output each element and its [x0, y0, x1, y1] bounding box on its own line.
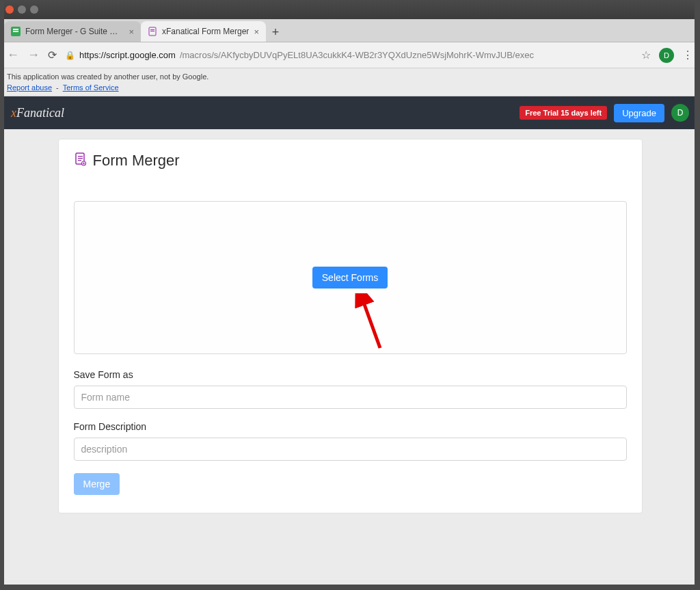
main-card: Form Merger Select Forms Save Form as Fo…: [58, 139, 643, 513]
tab-favicon-marketplace: [11, 27, 21, 36]
report-abuse-link[interactable]: Report abuse: [7, 83, 52, 92]
tab-favicon-form-merger: [148, 27, 157, 36]
tab-title: xFanatical Form Merger: [162, 27, 249, 36]
svg-rect-2: [13, 31, 18, 32]
header-right: Free Trial 15 days left Upgrade D: [520, 104, 689, 122]
tab-close-icon[interactable]: ×: [254, 27, 259, 37]
tab-close-icon[interactable]: ×: [129, 27, 134, 37]
trial-badge: Free Trial 15 days left: [520, 106, 607, 120]
window-titlebar: [0, 0, 700, 19]
tab-marketplace[interactable]: Form Merger - G Suite Marketpl… ×: [4, 21, 141, 42]
browser-profile-avatar[interactable]: D: [659, 48, 674, 63]
separator: -: [56, 83, 59, 92]
browser-toolbar: ← → ⟳ 🔒 https://script.google.com/macros…: [0, 42, 700, 68]
form-description-input[interactable]: [74, 438, 627, 461]
lock-icon: 🔒: [65, 51, 75, 60]
svg-rect-5: [150, 31, 154, 31]
window-right-edge: [695, 0, 700, 590]
avatar-initial: D: [677, 108, 684, 118]
app-header: xFanatical Free Trial 15 days left Upgra…: [0, 96, 700, 129]
svg-rect-7: [78, 156, 83, 157]
brand-logo: xFanatical: [11, 106, 64, 120]
select-forms-button[interactable]: Select Forms: [312, 267, 388, 289]
app-body: Form Merger Select Forms Save Form as Fo…: [0, 129, 700, 590]
tab-title: Form Merger - G Suite Marketpl…: [25, 27, 124, 36]
tab-strip: Form Merger - G Suite Marketpl… × xFanat…: [0, 19, 700, 42]
svg-rect-9: [78, 160, 81, 161]
svg-rect-4: [150, 29, 154, 30]
window-bottom-edge: [0, 585, 700, 590]
brand-x: x: [11, 106, 16, 120]
form-name-input[interactable]: [74, 386, 627, 409]
upgrade-button[interactable]: Upgrade: [614, 104, 664, 122]
forward-button[interactable]: →: [27, 48, 40, 62]
tab-form-merger[interactable]: xFanatical Form Merger ×: [141, 21, 266, 42]
forms-drop-area: Select Forms: [74, 201, 627, 354]
form-icon: [74, 152, 88, 170]
apps-script-disclaimer: This application was created by another …: [0, 68, 700, 96]
svg-rect-8: [78, 158, 83, 159]
new-tab-button[interactable]: +: [266, 23, 285, 42]
brand-rest: Fanatical: [16, 106, 64, 120]
page-title: Form Merger: [93, 152, 180, 170]
window-close-button[interactable]: [5, 5, 14, 14]
url-host: https://script.google.com: [79, 50, 176, 60]
window-left-edge: [0, 0, 4, 590]
page-title-row: Form Merger: [74, 152, 627, 170]
window-minimize-button[interactable]: [18, 5, 26, 14]
bookmark-star-icon[interactable]: ☆: [641, 49, 651, 62]
window-controls: [5, 5, 38, 14]
avatar-initial: D: [664, 51, 669, 59]
save-as-label: Save Form as: [74, 369, 627, 380]
disclaimer-text: This application was created by another …: [7, 72, 693, 81]
terms-link[interactable]: Terms of Service: [63, 83, 119, 92]
app-profile-avatar[interactable]: D: [671, 104, 689, 122]
browser-menu-icon[interactable]: ⋮: [682, 49, 693, 62]
back-button[interactable]: ←: [7, 48, 19, 62]
window-maximize-button[interactable]: [30, 5, 38, 14]
reload-button[interactable]: ⟳: [48, 49, 57, 62]
url-bar[interactable]: 🔒 https://script.google.com/macros/s/AKf…: [65, 50, 633, 60]
description-label: Form Description: [74, 421, 627, 432]
url-path: /macros/s/AKfycbyDUVqPyELt8UA3cukkK4-WB2…: [180, 50, 534, 60]
merge-button[interactable]: Merge: [74, 473, 120, 495]
svg-rect-1: [13, 29, 18, 30]
